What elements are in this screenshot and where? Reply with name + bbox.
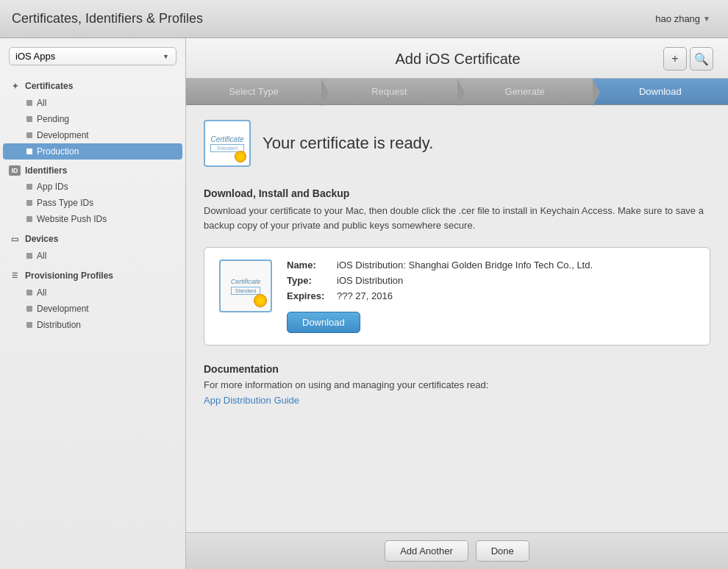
page-title: Certificates, Identifiers & Profiles	[12, 11, 203, 26]
sidebar-item-prov-distribution-label: Distribution	[37, 320, 81, 330]
add-another-button[interactable]: Add Another	[385, 540, 468, 562]
sidebar-section-provisioning-header: ☰ Provisioning Profiles	[0, 267, 185, 284]
app-distribution-guide-link[interactable]: App Distribution Guide	[204, 395, 299, 406]
download-section-body: Download your certificate to your Mac, t…	[204, 204, 710, 232]
sidebar-item-cert-pending-label: Pending	[37, 114, 69, 124]
sidebar-item-website-push-ids[interactable]: Website Push IDs	[3, 211, 182, 227]
sidebar-section-identifiers: ID Identifiers App IDs Pass Type IDs Web…	[0, 162, 185, 227]
sidebar-item-prov-distribution[interactable]: Distribution	[3, 317, 182, 333]
cert-expires-label: Expires:	[287, 290, 331, 301]
search-button[interactable]: 🔍	[690, 47, 713, 71]
cert-expires-value: ??? 27, 2016	[337, 290, 393, 301]
sidebar-section-certificates-header: ✦ Certificates	[0, 77, 185, 95]
platform-select[interactable]: iOS Apps	[9, 47, 176, 65]
wizard-step-select-type-label: Select Type	[229, 86, 279, 97]
platform-dropdown-wrapper: iOS Apps	[9, 47, 176, 65]
sidebar-item-cert-all[interactable]: All	[3, 95, 182, 111]
sidebar-item-devices-all-label: All	[37, 251, 46, 261]
cert-details: Name: iOS Distribution: Shanghai Golden …	[287, 260, 695, 333]
bullet-icon	[26, 148, 32, 154]
top-bar: Certificates, Identifiers & Profiles hao…	[0, 0, 728, 38]
cert-type-value: iOS Distribution	[337, 275, 403, 286]
content-area: Add iOS Certificate + 🔍 Select Type Requ…	[186, 38, 728, 569]
sidebar-section-devices-label: Devices	[25, 234, 58, 244]
cert-name-row: Name: iOS Distribution: Shanghai Golden …	[287, 260, 695, 271]
done-button[interactable]: Done	[476, 540, 529, 562]
header-actions: + 🔍	[663, 47, 713, 71]
sidebar-item-app-ids-label: App IDs	[37, 182, 68, 192]
sidebar-section-identifiers-label: Identifiers	[25, 165, 67, 176]
sidebar-section-identifiers-header: ID Identifiers	[0, 162, 185, 179]
sidebar-item-website-push-ids-label: Website Push IDs	[37, 214, 107, 224]
sidebar-item-cert-production[interactable]: Production	[3, 143, 182, 160]
search-icon: 🔍	[694, 52, 709, 66]
cert-type-row: Type: iOS Distribution	[287, 275, 695, 286]
content-title: Add iOS Certificate	[252, 51, 663, 68]
bullet-icon	[26, 216, 32, 222]
sidebar-section-certificates: ✦ Certificates All Pending Development P…	[0, 77, 185, 160]
main-layout: iOS Apps ✦ Certificates All Pending Deve…	[0, 38, 728, 569]
sidebar-section-certificates-label: Certificates	[25, 81, 73, 91]
wizard-step-select-type: Select Type	[186, 79, 321, 104]
user-name: hao zhang	[655, 13, 700, 24]
sidebar-item-devices-all[interactable]: All	[3, 248, 182, 264]
sidebar-item-prov-all[interactable]: All	[3, 284, 182, 301]
content-header: Add iOS Certificate + 🔍	[186, 38, 728, 79]
wizard-step-request-label: Request	[371, 86, 407, 97]
cert-badge	[235, 151, 246, 162]
content-footer: Add Another Done	[186, 532, 728, 569]
wizard-step-request: Request	[321, 79, 457, 104]
identifiers-icon: ID	[9, 165, 21, 176]
chevron-down-icon: ▼	[703, 15, 710, 23]
bullet-icon	[26, 132, 32, 138]
sidebar-section-devices-header: ▭ Devices	[0, 230, 185, 248]
documentation-section: Documentation For more information on us…	[204, 363, 710, 406]
sidebar-item-prov-all-label: All	[37, 287, 46, 298]
sidebar-item-cert-development-label: Development	[37, 130, 89, 140]
cert-card: Certificate Standard Name: iOS Distribut…	[204, 247, 710, 346]
sidebar: iOS Apps ✦ Certificates All Pending Deve…	[0, 38, 186, 569]
cert-card-icon: Certificate Standard	[219, 260, 272, 312]
wizard-steps: Select Type Request Generate Download	[186, 79, 728, 105]
cert-ready-text: Your certificate is ready.	[263, 134, 433, 153]
add-icon: +	[671, 52, 678, 65]
cert-expires-row: Expires: ??? 27, 2016	[287, 290, 695, 301]
wizard-step-download: Download	[593, 79, 728, 104]
sidebar-item-cert-production-label: Production	[37, 146, 79, 157]
sidebar-section-devices: ▭ Devices All	[0, 230, 185, 264]
documentation-title: Documentation	[204, 363, 710, 375]
cert-download-button[interactable]: Download	[287, 312, 360, 333]
sidebar-item-prov-development[interactable]: Development	[3, 301, 182, 317]
user-menu-button[interactable]: hao zhang ▼	[649, 10, 716, 27]
sidebar-item-cert-all-label: All	[37, 98, 46, 108]
bullet-icon	[26, 100, 32, 106]
cert-name-value: iOS Distribution: Shanghai Golden Bridge…	[337, 260, 593, 271]
sidebar-section-provisioning: ☰ Provisioning Profiles All Development …	[0, 267, 185, 333]
sidebar-section-provisioning-label: Provisioning Profiles	[25, 271, 113, 281]
add-button[interactable]: +	[663, 47, 687, 71]
bullet-icon	[26, 116, 32, 122]
sidebar-item-cert-pending[interactable]: Pending	[3, 111, 182, 127]
cert-ready-section: Certificate Standard Your certificate is…	[204, 120, 710, 167]
bullet-icon	[26, 290, 32, 296]
sidebar-item-prov-development-label: Development	[37, 304, 89, 314]
wizard-step-download-label: Download	[639, 86, 682, 97]
wizard-step-generate-label: Generate	[505, 86, 545, 97]
download-install-section: Download, Install and Backup Download yo…	[204, 187, 710, 232]
certificates-icon: ✦	[9, 80, 21, 92]
cert-card-badge	[254, 294, 267, 307]
bullet-icon	[26, 322, 32, 328]
sidebar-item-cert-development[interactable]: Development	[3, 127, 182, 143]
bullet-icon	[26, 184, 32, 190]
bullet-icon	[26, 253, 32, 259]
cert-name-label: Name:	[287, 260, 331, 271]
documentation-body: For more information on using and managi…	[204, 379, 710, 390]
sidebar-item-pass-type-ids[interactable]: Pass Type IDs	[3, 195, 182, 211]
content-scroll: Certificate Standard Your certificate is…	[186, 105, 728, 532]
sidebar-item-app-ids[interactable]: App IDs	[3, 179, 182, 195]
download-section-title: Download, Install and Backup	[204, 187, 710, 199]
sidebar-item-pass-type-ids-label: Pass Type IDs	[37, 198, 93, 208]
devices-icon: ▭	[9, 233, 21, 245]
wizard-step-generate: Generate	[457, 79, 593, 104]
bullet-icon	[26, 200, 32, 206]
